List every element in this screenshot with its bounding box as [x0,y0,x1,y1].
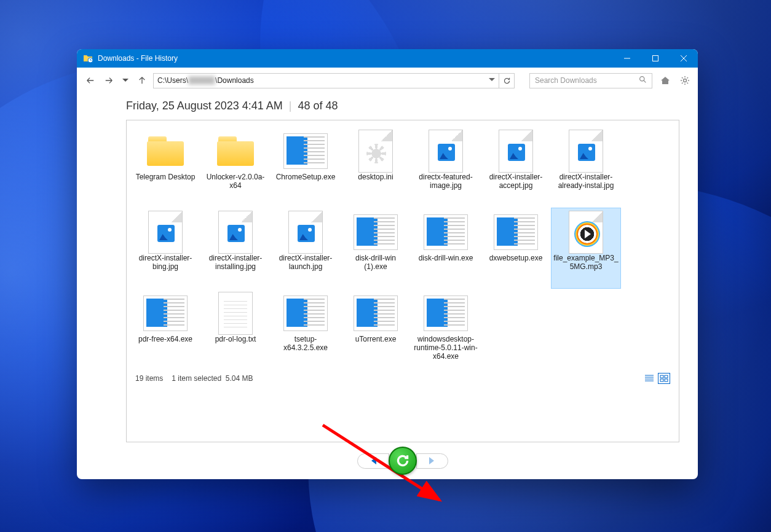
file-thumbnail [143,213,188,251]
address-suffix: \Downloads [215,76,254,85]
file-item[interactable]: tsetup-x64.3.2.5.exe [271,289,341,370]
file-label: ChromeSetup.exe [276,173,336,181]
file-item[interactable]: directX-installer-launch.jpg [271,208,341,289]
file-item[interactable]: directX-installer-installing.jpg [200,208,271,289]
status-selection: 1 item selected 5.04 MB [172,374,253,383]
toolbar: C:\Users\XXXXX\Downloads [77,68,698,93]
svg-point-3 [684,79,687,82]
back-button[interactable] [83,73,98,88]
file-thumbnail [213,132,258,170]
status-count: 19 items [135,374,163,383]
svg-rect-4 [660,375,663,378]
file-item[interactable]: windowsdesktop-runtime-5.0.11-win-x64.ex… [411,289,481,370]
file-item[interactable]: Unlocker-v2.0.0a-x64 [200,127,271,208]
file-label: pdr-free-x64.exe [138,335,192,343]
file-label: directX-installer-bing.jpg [133,254,198,271]
address-redacted: XXXXX [188,76,215,85]
status-bar: 19 items 1 item selected 5.04 MB [130,370,675,386]
file-label: Unlocker-v2.0.0a-x64 [203,173,268,190]
close-button[interactable] [670,49,698,68]
file-label: pdr-ol-log.txt [215,335,256,343]
address-dropdown-icon[interactable] [489,76,495,85]
navigation-controls [126,442,679,479]
file-item[interactable]: file_example_MP3_5MG.mp3 [551,208,621,289]
desktop-background: Downloads - File History C:\Users\XXXXX\… [0,0,771,532]
file-item[interactable]: disk-drill-win.exe [411,208,481,289]
snapshot-datetime: Friday, 25 August 2023 4:41 AM [126,100,283,112]
view-details-button[interactable] [643,373,655,384]
file-label: uTorrent.exe [355,335,397,343]
restore-button[interactable] [389,447,417,475]
file-item[interactable]: disk-drill-win (1).exe [341,208,411,289]
file-list-panel: Telegram DesktopUnlocker-v2.0.0a-x64Chro… [126,120,679,442]
next-version-button[interactable] [416,453,448,469]
file-grid[interactable]: Telegram DesktopUnlocker-v2.0.0a-x64Chro… [130,127,675,370]
file-item[interactable]: directX-installer-already-instal.jpg [551,127,621,208]
file-label: Telegram Desktop [136,173,196,181]
refresh-button[interactable] [499,73,515,88]
file-label: directX-installer-launch.jpg [273,254,338,271]
search-input[interactable] [535,76,639,85]
file-thumbnail [564,213,608,251]
file-thumbnail [143,132,188,170]
file-label: directx-featured-image.jpg [413,173,478,190]
file-label: directX-installer-accept.jpg [483,173,548,190]
file-thumbnail [424,213,468,251]
file-label: disk-drill-win.exe [419,254,473,262]
minimize-button[interactable] [613,49,641,68]
file-item[interactable]: pdr-ol-log.txt [200,289,271,370]
settings-gear-icon[interactable] [678,74,692,87]
file-thumbnail [564,132,608,170]
file-thumbnail [143,294,188,332]
file-thumbnail [354,294,398,332]
file-thumbnail [283,294,328,332]
svg-point-2 [640,77,644,81]
recent-locations-button[interactable] [120,75,131,86]
file-item[interactable]: desktop.ini [341,127,411,208]
titlebar[interactable]: Downloads - File History [77,49,698,68]
maximize-button[interactable] [641,49,670,68]
scroll-left-area[interactable] [77,93,108,479]
file-thumbnail [283,132,328,170]
home-button[interactable] [658,74,672,87]
file-thumbnail [494,213,538,251]
svg-rect-5 [665,375,668,378]
file-item[interactable]: Telegram Desktop [130,127,200,208]
file-thumbnail [424,294,468,332]
file-thumbnail [354,213,398,251]
file-history-window: Downloads - File History C:\Users\XXXXX\… [77,49,698,479]
up-button[interactable] [135,73,149,88]
file-item[interactable]: directX-installer-accept.jpg [481,127,551,208]
file-label: dxwebsetup.exe [489,254,543,262]
file-thumbnail [494,132,538,170]
app-icon [83,53,93,63]
file-thumbnail [424,132,468,170]
address-bar[interactable]: C:\Users\XXXXX\Downloads [153,73,499,88]
file-thumbnail [354,132,398,170]
window-title: Downloads - File History [98,54,613,63]
view-icons-button[interactable] [658,373,670,384]
file-item[interactable]: directx-featured-image.jpg [411,127,481,208]
file-item[interactable]: pdr-free-x64.exe [130,289,200,370]
svg-rect-7 [665,379,668,381]
snapshot-header: Friday, 25 August 2023 4:41 AM | 48 of 4… [126,100,679,112]
file-label: tsetup-x64.3.2.5.exe [273,335,338,352]
file-thumbnail [283,213,328,251]
file-thumbnail [213,294,258,332]
search-box[interactable] [529,73,652,88]
file-label: file_example_MP3_5MG.mp3 [553,254,619,271]
forward-button[interactable] [101,73,116,88]
svg-rect-6 [660,379,663,381]
file-label: windowsdesktop-runtime-5.0.11-win-x64.ex… [413,335,478,361]
previous-version-button[interactable] [357,453,389,469]
file-label: desktop.ini [358,173,393,181]
svg-rect-1 [653,56,658,61]
file-label: directX-installer-already-instal.jpg [553,173,619,190]
file-item[interactable]: ChromeSetup.exe [271,127,341,208]
search-icon[interactable] [639,76,647,85]
file-label: disk-drill-win (1).exe [343,254,408,271]
file-item[interactable]: dxwebsetup.exe [481,208,551,289]
address-prefix: C:\Users\ [157,76,188,85]
file-item[interactable]: uTorrent.exe [341,289,411,370]
file-item[interactable]: directX-installer-bing.jpg [130,208,200,289]
